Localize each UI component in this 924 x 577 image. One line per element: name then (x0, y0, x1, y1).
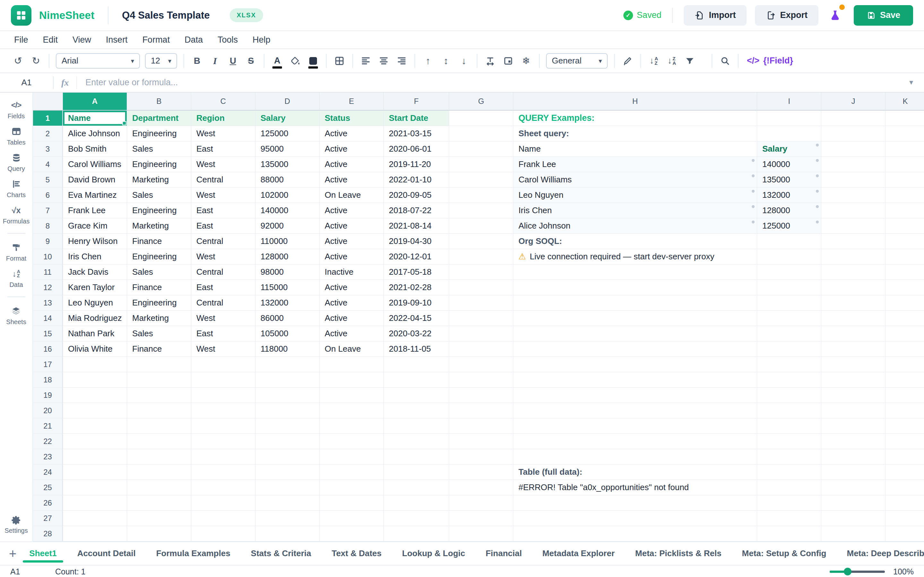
menu-data[interactable]: Data (184, 35, 203, 45)
cell-I21[interactable] (757, 418, 821, 434)
bold-button[interactable]: B (190, 53, 204, 69)
cell-D8[interactable]: 92000 (255, 218, 320, 234)
cell-I25[interactable] (757, 480, 821, 495)
cell-H26[interactable] (513, 495, 757, 511)
cell-J6[interactable] (821, 187, 885, 203)
cell-D3[interactable]: 95000 (255, 141, 320, 157)
cell-H18[interactable] (513, 372, 757, 388)
cell-G22[interactable] (449, 434, 513, 449)
cell-A27[interactable] (63, 511, 127, 526)
row-header-26[interactable]: 26 (33, 495, 63, 511)
cell-G10[interactable] (449, 249, 513, 264)
cell-C14[interactable]: West (191, 311, 255, 326)
cell-B27[interactable] (127, 511, 191, 526)
cell-I1[interactable] (757, 111, 821, 126)
col-header-B[interactable]: B (127, 93, 191, 111)
cell-I4[interactable]: 140000 (757, 157, 821, 172)
cell-H1[interactable]: QUERY Examples: (513, 111, 757, 126)
col-header-G[interactable]: G (449, 93, 513, 111)
row-header-27[interactable]: 27 (33, 511, 63, 526)
cell-J14[interactable] (821, 311, 885, 326)
cell-I28[interactable] (757, 526, 821, 542)
cell-D5[interactable]: 88000 (255, 172, 320, 187)
cell-F27[interactable] (384, 511, 449, 526)
cell-J21[interactable] (821, 418, 885, 434)
menu-insert[interactable]: Insert (106, 35, 128, 45)
cell-A16[interactable]: Olivia White (63, 342, 127, 357)
tab-meta-deep-describe[interactable]: Meta: Deep Describe (845, 542, 924, 565)
cell-F1[interactable]: Start Date (384, 111, 449, 126)
cell-J12[interactable] (821, 280, 885, 295)
cell-B18[interactable] (127, 372, 191, 388)
cell-D23[interactable] (255, 449, 320, 464)
cell-J5[interactable] (821, 172, 885, 187)
cell-I18[interactable] (757, 372, 821, 388)
cell-A21[interactable] (63, 418, 127, 434)
cell-A8[interactable]: Grace Kim (63, 218, 127, 234)
cell-D24[interactable] (255, 464, 320, 480)
formula-bar-expand-icon[interactable]: ▼ (908, 79, 914, 86)
cell-H13[interactable] (513, 295, 757, 311)
cell-K20[interactable] (885, 403, 924, 418)
cell-J18[interactable] (821, 372, 885, 388)
cell-A2[interactable]: Alice Johnson (63, 126, 127, 141)
cell-H9[interactable]: Org SOQL: (513, 234, 757, 249)
cell-D9[interactable]: 110000 (255, 234, 320, 249)
cell-K10[interactable] (885, 249, 924, 264)
cell-K7[interactable] (885, 203, 924, 218)
cell-C5[interactable]: Central (191, 172, 255, 187)
row-header-5[interactable]: 5 (33, 172, 63, 187)
cell-H28[interactable] (513, 526, 757, 542)
cell-G23[interactable] (449, 449, 513, 464)
cell-C9[interactable]: Central (191, 234, 255, 249)
cell-F8[interactable]: 2021-08-14 (384, 218, 449, 234)
cell-G19[interactable] (449, 388, 513, 403)
cell-B2[interactable]: Engineering (127, 126, 191, 141)
cell-H22[interactable] (513, 434, 757, 449)
zoom-slider-thumb[interactable] (844, 568, 851, 575)
cell-B1[interactable]: Department (127, 111, 191, 126)
cell-J9[interactable] (821, 234, 885, 249)
cell-A28[interactable] (63, 526, 127, 542)
cell-J8[interactable] (821, 218, 885, 234)
row-header-13[interactable]: 13 (33, 295, 63, 311)
row-header-12[interactable]: 12 (33, 280, 63, 295)
cell-I5[interactable]: 135000 (757, 172, 821, 187)
sidebar-item-format[interactable]: Format (6, 242, 26, 262)
row-header-14[interactable]: 14 (33, 311, 63, 326)
cell-D25[interactable] (255, 480, 320, 495)
cell-F6[interactable]: 2020-09-05 (384, 187, 449, 203)
cell-B11[interactable]: Sales (127, 264, 191, 280)
cell-K22[interactable] (885, 434, 924, 449)
cell-C16[interactable]: West (191, 342, 255, 357)
cell-B17[interactable] (127, 357, 191, 372)
cell-I15[interactable] (757, 326, 821, 342)
sort-desc-button[interactable]: ↓ZA (664, 53, 679, 69)
row-header-9[interactable]: 9 (33, 234, 63, 249)
cell-G1[interactable] (449, 111, 513, 126)
cell-K3[interactable] (885, 141, 924, 157)
cell-H4[interactable]: Frank Lee (513, 157, 757, 172)
cell-J23[interactable] (821, 449, 885, 464)
cell-G25[interactable] (449, 480, 513, 495)
tab-financial[interactable]: Financial (484, 542, 524, 565)
cell-I2[interactable] (757, 126, 821, 141)
grid-corner-cell[interactable] (33, 93, 63, 111)
cell-B23[interactable] (127, 449, 191, 464)
cell-G4[interactable] (449, 157, 513, 172)
cell-G11[interactable] (449, 264, 513, 280)
export-button[interactable]: Export (755, 5, 819, 26)
cell-I27[interactable] (757, 511, 821, 526)
cell-J25[interactable] (821, 480, 885, 495)
search-button[interactable] (718, 53, 732, 69)
menu-tools[interactable]: Tools (218, 35, 238, 45)
add-sheet-button[interactable]: + (9, 547, 16, 560)
cell-D6[interactable]: 102000 (255, 187, 320, 203)
cell-K1[interactable] (885, 111, 924, 126)
cell-B8[interactable]: Marketing (127, 218, 191, 234)
tab-text-dates[interactable]: Text & Dates (330, 542, 384, 565)
cell-G17[interactable] (449, 357, 513, 372)
cell-C20[interactable] (191, 403, 255, 418)
row-header-18[interactable]: 18 (33, 372, 63, 388)
cell-B5[interactable]: Marketing (127, 172, 191, 187)
